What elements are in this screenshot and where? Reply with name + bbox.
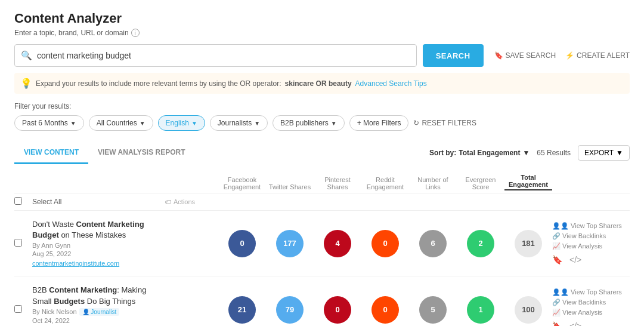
table-row: Don't Waste Content Marketing Budget on … [14, 211, 630, 276]
article-meta-0: By Ann Gynn [32, 242, 165, 249]
article-meta-1: By Nick Nelson👤 Journalist [32, 308, 165, 316]
sort-by[interactable]: Sort by: Total Engagement ▼ [429, 149, 530, 157]
chevron-down-icon: ▼ [331, 120, 337, 127]
bookmark-icon-0[interactable]: 🔖 [552, 255, 562, 265]
more-filters-button[interactable]: + More Filters [349, 115, 409, 131]
stat-twitter-1: 79 [266, 296, 314, 324]
header-facebook: Facebook Engagement [218, 176, 266, 190]
bookmark-icon-1[interactable]: 🔖 [552, 321, 562, 326]
stat-evergreen-1: 1 [457, 296, 504, 324]
side-actions-1: 👤👤 View Top Sharers 🔗 View Backlinks 📈 V… [552, 288, 630, 326]
filter-label: Filter your results: [14, 102, 630, 110]
select-all-row: Select All 🏷 Actions [14, 193, 630, 211]
header-evergreen: Evergreen Score [457, 176, 504, 190]
table-header: Facebook Engagement Twitter Shares Pinte… [14, 170, 630, 193]
stat-twitter-0: 177 [266, 230, 314, 257]
header-twitter: Twitter Shares [266, 183, 314, 190]
sort-export-row: Sort by: Total Engagement ▼ 65 Results E… [429, 140, 630, 165]
search-input[interactable] [37, 51, 410, 60]
chevron-down-icon: ▼ [522, 149, 530, 157]
alert-icon: ⚡ [565, 51, 574, 60]
tabs: VIEW CONTENT VIEW ANALYSIS REPORT [14, 142, 194, 164]
save-search-link[interactable]: 🔖 SAVE SEARCH [494, 51, 556, 60]
table-row: B2B Content Marketing: Making Small Budg… [14, 276, 630, 326]
article-domain-0[interactable]: contentmarketinginstitute.com [32, 260, 119, 267]
chevron-down-icon: ▼ [616, 149, 623, 157]
article-checkbox-1[interactable] [14, 305, 22, 313]
view-analysis-0[interactable]: 📈 View Analysis [552, 242, 630, 250]
bookmark-icon: 🔖 [494, 51, 503, 60]
stat-links-0: 6 [409, 230, 457, 257]
tab-view-analysis-report[interactable]: VIEW ANALYSIS REPORT [88, 142, 194, 164]
view-analysis-1[interactable]: 📈 View Analysis [552, 309, 630, 316]
tip-text: Expand your results to include more rele… [36, 79, 281, 88]
filter-past-6-months[interactable]: Past 6 Months ▼ [14, 115, 84, 131]
stat-pinterest-1: 0 [314, 296, 361, 324]
articles-container: Don't Waste Content Marketing Budget on … [14, 211, 630, 326]
filter-all-countries[interactable]: All Countries ▼ [89, 115, 153, 131]
subtitle: Enter a topic, brand, URL or domain i [14, 29, 630, 37]
stat-reddit-0: 0 [361, 230, 409, 257]
filter-b2b-publishers[interactable]: B2B publishers ▼ [273, 115, 345, 131]
stat-evergreen-0: 2 [457, 230, 504, 257]
header-pinterest: Pinterest Shares [314, 176, 361, 190]
share-icon-0[interactable]: </> [569, 255, 581, 265]
stat-total-0: 181 [504, 230, 552, 257]
tabs-sort-row: VIEW CONTENT VIEW ANALYSIS REPORT Sort b… [14, 140, 630, 165]
article-title-0: Don't Waste Content Marketing Budget on … [32, 219, 165, 241]
chevron-down-icon: ▼ [254, 120, 260, 127]
view-top-sharers-1[interactable]: 👤👤 View Top Sharers [552, 288, 630, 296]
tip-example: skincare OR beauty [285, 79, 352, 88]
chevron-down-icon: ▼ [140, 120, 145, 127]
view-backlinks-1[interactable]: 🔗 View Backlinks [552, 299, 630, 306]
export-button[interactable]: EXPORT ▼ [578, 145, 630, 161]
create-alert-link[interactable]: ⚡ CREATE ALERT [565, 51, 630, 60]
stat-pinterest-0: 4 [314, 230, 361, 257]
select-all-label: Select All [32, 198, 165, 206]
stat-total-1: 100 [504, 296, 552, 324]
refresh-icon: ↻ [413, 119, 419, 127]
filters-row: Past 6 Months ▼ All Countries ▼ English … [14, 115, 630, 131]
search-box: 🔍 [14, 44, 417, 67]
share-icon-1[interactable]: </> [569, 321, 581, 326]
header-reddit: Reddit Engagement [361, 176, 409, 190]
stat-links-1: 5 [409, 296, 457, 324]
search-row: 🔍 SEARCH 🔖 SAVE SEARCH ⚡ CREATE ALERT [14, 44, 630, 67]
tag-icon: 🏷 [165, 198, 171, 205]
advanced-search-tips-link[interactable]: Advanced Search Tips [355, 79, 427, 88]
stat-reddit-1: 0 [361, 296, 409, 324]
select-all-checkbox[interactable] [14, 197, 22, 205]
filter-journalists[interactable]: Journalists ▼ [210, 115, 268, 131]
journalist-badge: 👤 Journalist [79, 308, 120, 316]
sort-value: Total Engagement [459, 149, 520, 157]
side-actions-0: 👤👤 View Top Sharers 🔗 View Backlinks 📈 V… [552, 222, 630, 265]
header-total: Total Engagement [504, 174, 552, 190]
sort-label: Sort by: [429, 149, 456, 157]
search-button[interactable]: SEARCH [423, 44, 484, 67]
page-title: Content Analyzer [14, 11, 630, 26]
view-backlinks-0[interactable]: 🔗 View Backlinks [552, 232, 630, 240]
stat-facebook-0: 0 [218, 230, 266, 257]
header-links: Number of Links [409, 176, 457, 190]
tab-view-content[interactable]: VIEW CONTENT [14, 142, 88, 164]
action-links: 🔖 SAVE SEARCH ⚡ CREATE ALERT [494, 51, 630, 60]
info-icon[interactable]: i [131, 29, 140, 37]
article-checkbox-0[interactable] [14, 239, 22, 247]
article-date-0: Aug 25, 2022 [32, 250, 165, 257]
view-top-sharers-0[interactable]: 👤👤 View Top Sharers [552, 222, 630, 230]
search-icon: 🔍 [21, 50, 32, 61]
actions-label: 🏷 Actions [165, 198, 218, 205]
chevron-down-icon: ▼ [191, 120, 197, 127]
reset-filters-button[interactable]: ↻ RESET FILTERS [413, 119, 476, 127]
filter-english[interactable]: English ▼ [158, 115, 205, 131]
stat-facebook-1: 21 [218, 296, 266, 324]
lightbulb-icon: 💡 [20, 78, 32, 89]
article-title-1: B2B Content Marketing: Making Small Budg… [32, 285, 165, 306]
tip-row: 💡 Expand your results to include more re… [14, 73, 630, 94]
article-date-1: Oct 24, 2022 [32, 317, 165, 324]
results-count: 65 Results [537, 149, 571, 157]
chevron-down-icon: ▼ [70, 120, 76, 127]
